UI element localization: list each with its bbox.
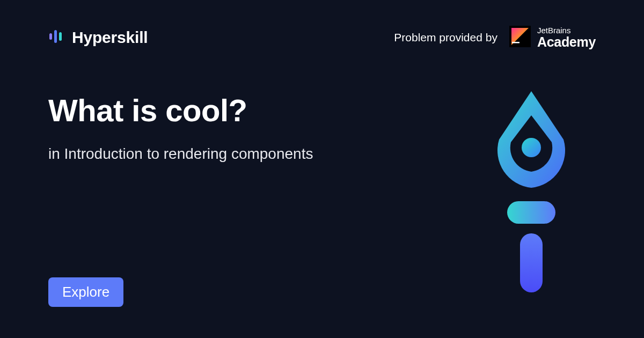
- academy-line1: JetBrains: [537, 26, 596, 35]
- brand-right: Problem provided by Je: [394, 26, 596, 49]
- provided-by-label: Problem provided by: [394, 31, 497, 44]
- svg-rect-0: [49, 33, 52, 40]
- svg-rect-7: [507, 201, 555, 224]
- hyperskill-logo-icon: [48, 28, 65, 47]
- svg-rect-1: [54, 30, 57, 43]
- svg-point-6: [522, 138, 541, 157]
- academy-line2: Academy: [537, 35, 596, 49]
- svg-rect-2: [59, 32, 62, 41]
- explore-button[interactable]: Explore: [48, 277, 123, 307]
- brand-left: Hyperskill: [48, 28, 148, 47]
- svg-rect-8: [520, 233, 543, 292]
- header: Hyperskill Problem provided by: [0, 0, 644, 49]
- academy-text: JetBrains Academy: [537, 26, 596, 49]
- brand-name: Hyperskill: [72, 28, 148, 47]
- academy-block: JetBrains Academy: [509, 26, 596, 49]
- decoration-icon: [478, 86, 585, 300]
- svg-rect-5: [512, 42, 519, 43]
- jetbrains-logo-icon: [509, 26, 531, 49]
